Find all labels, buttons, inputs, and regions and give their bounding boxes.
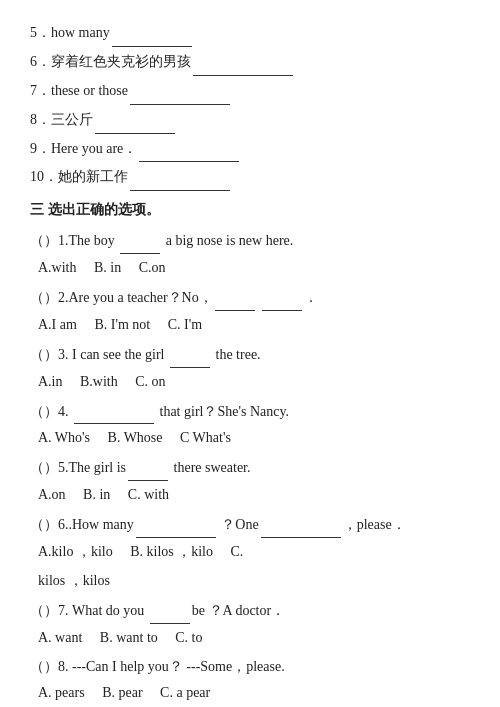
question-5: 5．how many (30, 20, 470, 47)
q9-blank (139, 136, 239, 163)
question-7: 7．these or those (30, 78, 470, 105)
question-8: 8．三公斤 (30, 107, 470, 134)
mc-q6-options-line1: A.kilo ，kilo B. kilos ，kilo C. (38, 539, 470, 565)
mc-q6-stem: （）6..How many ？One ，please． (30, 511, 470, 538)
mc-q3-stem: （）3. I can see the girl the tree. (30, 341, 470, 368)
q10-text: 10．她的新工作 (30, 164, 128, 190)
mc-q4-stem: （）4. that girl？She's Nancy. (30, 398, 470, 425)
worksheet-content: 5．how many 6．穿着红色夹克衫的男孩 7．these or those… (30, 20, 470, 706)
question-9: 9．Here you are． (30, 136, 470, 163)
mc-q8-stem: （）8. ---Can I help you？ ---Some，please. (30, 654, 470, 680)
mc-q8-options: A. pears B. pear C. a pear (38, 680, 470, 706)
q5-text: 5．how many (30, 20, 110, 46)
question-6: 6．穿着红色夹克衫的男孩 (30, 49, 470, 76)
mc-q5-stem: （）5.The girl is there sweater. (30, 454, 470, 481)
q8-text: 8．三公斤 (30, 107, 93, 133)
q9-text: 9．Here you are． (30, 136, 137, 162)
q6-blank (193, 49, 293, 76)
mc-q5-options: A.on B. in C. with (38, 482, 470, 508)
q7-blank (130, 78, 230, 105)
q10-blank (130, 164, 230, 191)
q8-blank (95, 107, 175, 134)
mc-q7-options: A. want B. want to C. to (38, 625, 470, 651)
q7-text: 7．these or those (30, 78, 128, 104)
mc-q1-stem: （）1.The boy a big nose is new here. (30, 227, 470, 254)
mc-q3-options: A.in B.with C. on (38, 369, 470, 395)
mc-q2-stem: （）2.Are you a teacher？No， ． (30, 284, 470, 311)
mc-q1-options: A.with B. in C.on (38, 255, 470, 281)
mc-q4-options: A. Who's B. Whose C What's (38, 425, 470, 451)
q6-text: 6．穿着红色夹克衫的男孩 (30, 49, 191, 75)
mc-q7-stem: （）7. What do you be ？A doctor． (30, 597, 470, 624)
mc-q6-options-line2: kilos ，kilos (38, 568, 470, 594)
section-three-title: 三 选出正确的选项。 (30, 197, 470, 223)
mc-q2-options: A.I am B. I'm not C. I'm (38, 312, 470, 338)
question-10: 10．她的新工作 (30, 164, 470, 191)
q5-blank (112, 20, 192, 47)
